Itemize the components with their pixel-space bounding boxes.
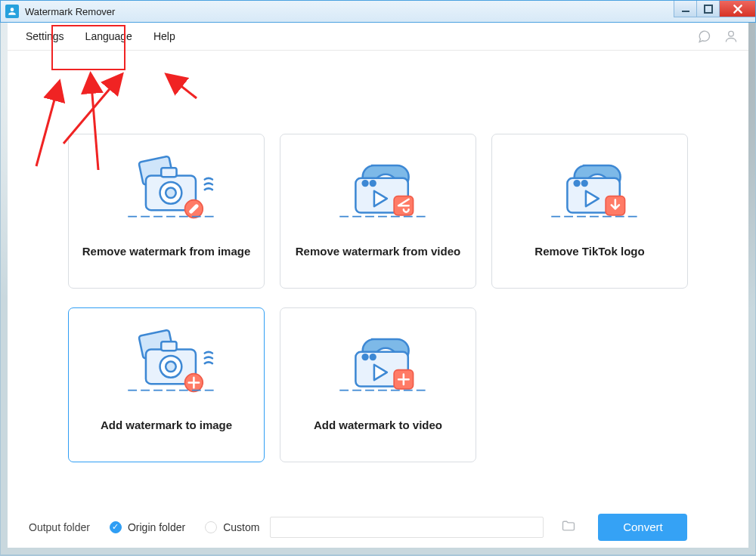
svg-point-29	[363, 354, 368, 360]
card-caption: Add watermark to image	[101, 419, 232, 431]
account-icon[interactable]	[721, 26, 741, 46]
output-folder-label: Output folder	[29, 521, 90, 533]
menu-settings[interactable]: Settings	[15, 30, 75, 42]
window-title: Watermark Remover	[25, 6, 115, 17]
svg-point-12	[363, 181, 368, 186]
custom-folder-label: Custom	[223, 521, 259, 533]
video-add-icon	[314, 326, 442, 409]
feedback-icon[interactable]	[694, 26, 714, 46]
minimize-button[interactable]	[674, 1, 696, 17]
svg-point-18	[582, 181, 587, 186]
browse-folder-icon[interactable]	[560, 518, 577, 536]
svg-rect-5	[161, 168, 176, 177]
feature-grid: Remove watermark from image	[8, 51, 748, 462]
camera-remove-icon	[102, 153, 231, 236]
svg-rect-23	[161, 341, 176, 351]
card-caption: Remove watermark from image	[82, 245, 251, 258]
card-caption: Add watermark to video	[314, 419, 442, 431]
radio-custom-folder[interactable]	[205, 521, 217, 533]
svg-point-25	[166, 362, 176, 372]
svg-point-13	[370, 181, 376, 186]
card-add-watermark-video[interactable]: Add watermark to video	[280, 307, 476, 462]
origin-folder-label: Origin folder	[128, 521, 185, 533]
svg-rect-0	[682, 11, 689, 12]
card-remove-watermark-image[interactable]: Remove watermark from image	[68, 134, 265, 289]
svg-point-2	[729, 31, 734, 36]
video-download-icon	[525, 153, 654, 236]
card-add-watermark-image[interactable]: Add watermark to image	[68, 307, 265, 462]
menu-help[interactable]: Help	[143, 30, 186, 42]
menu-language[interactable]: Language	[75, 30, 143, 42]
card-remove-watermark-video[interactable]: Remove watermark from video	[280, 134, 476, 289]
close-button[interactable]	[719, 1, 755, 17]
svg-point-17	[575, 181, 580, 186]
svg-point-7	[166, 188, 176, 199]
video-remove-icon	[314, 153, 442, 236]
window-titlebar: Watermark Remover	[0, 0, 756, 23]
app-icon	[5, 5, 19, 18]
svg-point-30	[370, 354, 376, 360]
radio-origin-folder[interactable]	[110, 521, 122, 533]
svg-rect-1	[705, 5, 712, 13]
camera-add-icon	[102, 326, 231, 409]
card-caption: Remove watermark from video	[296, 245, 460, 258]
card-caption: Remove TikTok logo	[534, 245, 644, 258]
menubar: Settings Language Help	[8, 23, 748, 51]
card-remove-tiktok-logo[interactable]: Remove TikTok logo	[491, 134, 688, 289]
maximize-button[interactable]	[696, 1, 719, 17]
app-surface: Settings Language Help	[8, 23, 748, 548]
output-path-input[interactable]	[270, 517, 544, 538]
convert-button[interactable]: Convert	[598, 514, 687, 541]
bottom-bar: Output folder Origin folder Custom Conve…	[8, 506, 748, 548]
